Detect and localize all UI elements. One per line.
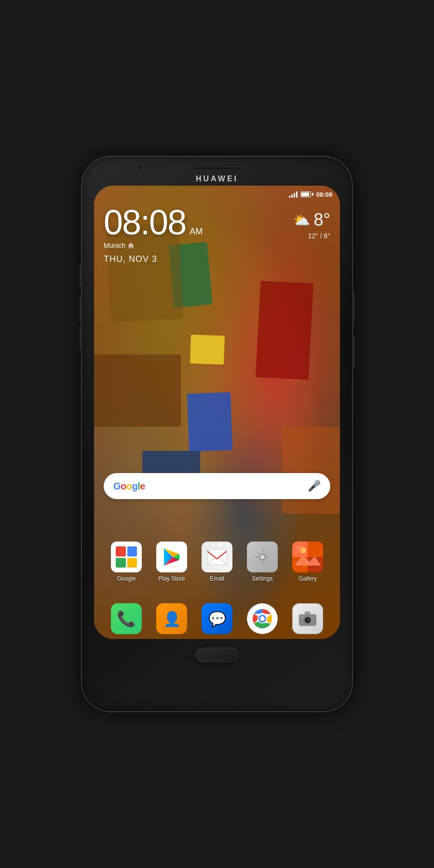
- svg-point-22: [308, 619, 310, 620]
- page-dot-4[interactable]: [226, 543, 230, 546]
- status-time: 08:08: [316, 191, 332, 198]
- status-bar: 08:08: [94, 186, 340, 203]
- clock-widget: 08:08 AM Munich 🏠 THU, NOV 3: [104, 205, 203, 264]
- contacts-icon: 👤: [156, 603, 187, 634]
- signal-icon: [289, 191, 298, 198]
- clock-time: 08:08: [104, 205, 186, 240]
- home-button-area: [82, 643, 352, 667]
- app-google[interactable]: Google: [107, 542, 146, 582]
- svg-rect-11: [296, 545, 303, 552]
- mic-icon[interactable]: 🎤: [308, 480, 321, 492]
- page-dot-1[interactable]: [204, 543, 208, 546]
- weather-range: 12° / 6°: [293, 232, 330, 240]
- settings-app-label: Settings: [252, 575, 272, 582]
- email-app-label: Email: [210, 575, 224, 582]
- clock-location: Munich 🏠: [104, 242, 203, 249]
- phone-device: HUAWEI: [82, 157, 352, 711]
- weather-icon: ⛅: [293, 212, 310, 228]
- weather-widget: ⛅ 8° 12° / 6°: [293, 210, 330, 240]
- svg-point-23: [301, 616, 303, 618]
- chrome-icon: [247, 603, 278, 634]
- play-store-app-label: Play Store: [158, 575, 185, 582]
- front-camera: [137, 165, 142, 170]
- app-settings[interactable]: Settings: [243, 542, 282, 582]
- dock-chrome[interactable]: [243, 603, 282, 634]
- page-dot-2[interactable]: [212, 543, 215, 546]
- time-weather-area: 08:08 AM Munich 🏠 THU, NOV 3 ⛅ 8° 12° / …: [94, 205, 340, 264]
- brand-logo: HUAWEI: [196, 175, 238, 183]
- phone-top-bar: HUAWEI: [82, 157, 352, 186]
- dock: 📞 👤 💬: [94, 603, 340, 634]
- svg-marker-18: [304, 611, 311, 614]
- svg-point-16: [260, 616, 265, 621]
- page-dot-3[interactable]: [219, 543, 222, 546]
- phone-call-icon: 📞: [111, 603, 142, 634]
- page-dots: [94, 543, 340, 546]
- google-app-label: Google: [117, 575, 136, 582]
- phone-screen: 08:08 08:08 AM Munich 🏠 THU, NOV 3 ⛅ 8°: [94, 186, 340, 639]
- app-gallery[interactable]: Gallery: [288, 542, 327, 582]
- app-play-store[interactable]: Play Store: [152, 542, 191, 582]
- dock-messages[interactable]: 💬: [198, 603, 236, 634]
- app-grid: Google: [94, 542, 340, 586]
- messages-icon: 💬: [202, 603, 232, 634]
- app-email[interactable]: Email: [198, 542, 236, 582]
- clock-date: THU, NOV 3: [104, 254, 203, 264]
- camera-app-icon: [292, 603, 323, 634]
- dock-phone[interactable]: 📞: [107, 603, 146, 634]
- app-row-main: Google: [104, 542, 330, 582]
- home-button[interactable]: [195, 648, 239, 662]
- camera-sensor: [288, 165, 294, 171]
- speaker: [193, 166, 241, 170]
- svg-point-5: [260, 555, 265, 559]
- google-search-bar[interactable]: Google 🎤: [104, 473, 330, 499]
- battery-icon: [300, 191, 313, 197]
- dock-contacts[interactable]: 👤: [152, 603, 191, 634]
- gallery-app-label: Gallery: [298, 575, 317, 582]
- google-logo: Google: [113, 481, 145, 492]
- dock-camera[interactable]: [288, 603, 327, 634]
- clock-ampm: AM: [190, 227, 203, 237]
- weather-temp: 8°: [314, 210, 330, 230]
